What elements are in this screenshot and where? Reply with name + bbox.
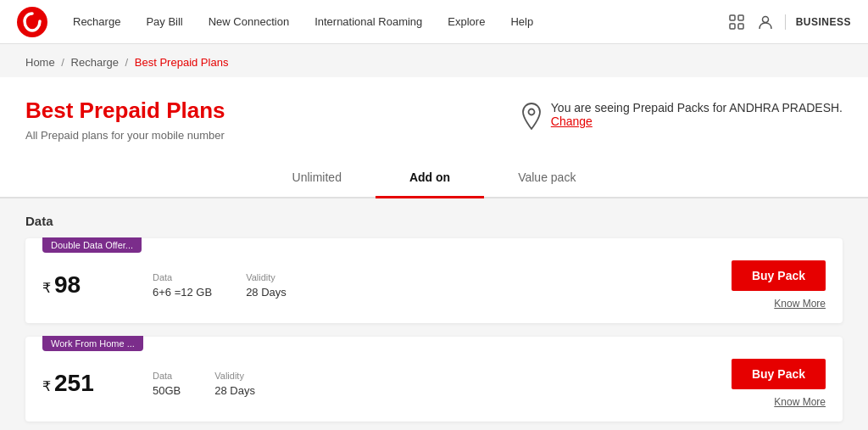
data-label-98: Data [153,272,212,282]
nav-link-new-connection[interactable]: New Connection [209,15,289,28]
nav-link-recharge[interactable]: Recharge [73,15,120,28]
breadcrumb-current: Best Prepaid Plans [135,56,229,69]
header-section: Best Prepaid Plans All Prepaid plans for… [0,77,868,159]
breadcrumb-sep-1: / [61,56,64,69]
data-value-98: 6+6 =12 GB [153,286,212,299]
plan-badge-98: Double Data Offer... [42,237,142,253]
tab-unlimited[interactable]: Unlimited [259,159,376,198]
location-text: You are seeing Prepaid Packs for ANDHRA … [551,101,843,114]
location-icon [520,103,542,135]
tabs-section: Unlimited Add on Value pack [0,159,868,198]
breadcrumb-home[interactable]: Home [25,56,55,69]
svg-point-0 [17,7,47,37]
grid-icon[interactable] [727,13,746,31]
buy-pack-button-98[interactable]: Buy Pack [732,260,826,291]
tab-value-pack[interactable]: Value pack [484,159,609,198]
logo-area[interactable] [17,7,47,37]
svg-rect-2 [738,15,743,20]
plan-badge-251: Work From Home ... [42,336,143,351]
validity-label-251: Validity [214,371,255,381]
price-value-98: 98 [54,271,81,299]
validity-label-98: Validity [246,272,287,282]
header-left: Best Prepaid Plans All Prepaid plans for… [25,98,225,142]
plan-card-251: Work From Home ... ₹ 251 Data 50GB Valid… [25,337,843,422]
breadcrumb: Home / Recharge / Best Prepaid Plans [25,44,843,77]
tab-add-on[interactable]: Add on [376,159,484,198]
validity-value-98: 28 Days [246,286,287,299]
nav-links: Recharge Pay Bill New Connection Interna… [73,15,727,28]
plan-price-98: ₹ 98 [42,271,144,299]
plan-card-98: Double Data Offer... ₹ 98 Data 6+6 =12 G… [25,238,843,323]
plan-validity-98: Validity 28 Days [246,272,287,299]
price-value-251: 251 [54,370,94,397]
plan-validity-251: Validity 28 Days [214,371,255,397]
top-navigation: Recharge Pay Bill New Connection Interna… [0,0,868,44]
plan-data-98: Data 6+6 =12 GB [153,272,212,299]
user-icon[interactable] [756,13,775,31]
svg-rect-4 [738,24,743,29]
nav-link-help[interactable]: Help [510,15,533,28]
main-content: Home / Recharge / Best Prepaid Plans Bes… [0,44,868,430]
nav-divider [785,14,786,30]
plan-actions-98: Buy Pack Know More [732,260,826,310]
section-title: Data [25,198,843,238]
location-text-area: You are seeing Prepaid Packs for ANDHRA … [551,101,843,128]
change-location-link[interactable]: Change [551,114,593,128]
svg-rect-3 [730,24,735,29]
breadcrumb-recharge[interactable]: Recharge [71,56,119,69]
breadcrumb-sep-2: / [125,56,129,69]
svg-rect-1 [730,15,735,20]
page-title: Best Prepaid Plans [25,98,225,124]
plan-price-251: ₹ 251 [42,370,144,397]
data-value-251: 50GB [153,384,181,397]
vodafone-logo [17,7,47,37]
rupee-symbol-98: ₹ [42,280,51,296]
nav-right: BUSINESS [727,13,851,31]
rupee-symbol-251: ₹ [42,378,51,394]
svg-point-6 [528,109,534,115]
validity-value-251: 28 Days [214,384,255,397]
plan-actions-251: Buy Pack Know More [732,359,826,408]
data-label-251: Data [153,371,181,381]
nav-link-pay-bill[interactable]: Pay Bill [146,15,182,28]
plan-data-251: Data 50GB [153,371,181,397]
plan-details-98: Data 6+6 =12 GB Validity 28 Days [153,272,732,299]
business-label: BUSINESS [796,16,851,28]
know-more-link-98[interactable]: Know More [774,298,826,310]
nav-link-explore[interactable]: Explore [448,15,485,28]
page-subtitle: All Prepaid plans for your mobile number [25,129,225,142]
svg-point-5 [762,16,768,22]
buy-pack-button-251[interactable]: Buy Pack [732,359,826,389]
know-more-link-251[interactable]: Know More [774,396,826,408]
plan-details-251: Data 50GB Validity 28 Days [153,371,732,397]
location-info: You are seeing Prepaid Packs for ANDHRA … [520,101,843,135]
nav-link-international-roaming[interactable]: International Roaming [314,15,422,28]
